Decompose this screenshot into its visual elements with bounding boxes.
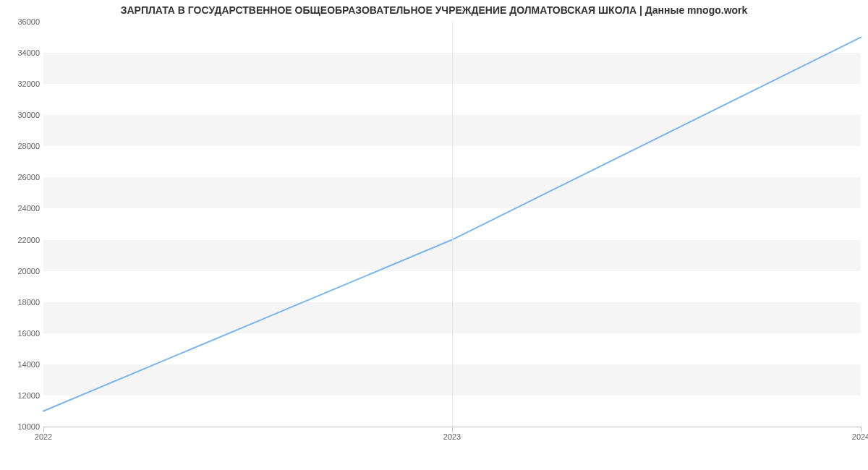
y-tick-label: 10000 — [4, 422, 40, 431]
y-tick-label: 28000 — [4, 142, 40, 150]
x-tick-label: 2024 — [852, 432, 868, 441]
y-tick-label: 22000 — [4, 236, 40, 244]
y-tick-label: 14000 — [4, 360, 40, 369]
y-tick-label: 24000 — [4, 204, 40, 213]
y-tick-label: 36000 — [4, 17, 40, 26]
y-tick-label: 32000 — [4, 80, 40, 88]
chart-title: ЗАРПЛАТА В ГОСУДАРСТВЕННОЕ ОБЩЕОБРАЗОВАТ… — [0, 4, 868, 16]
y-tick-label: 18000 — [4, 298, 40, 307]
x-tick — [43, 427, 44, 432]
x-tick-label: 2022 — [35, 432, 52, 441]
y-tick-label: 12000 — [4, 391, 40, 400]
chart-container: ЗАРПЛАТА В ГОСУДАРСТВЕННОЕ ОБЩЕОБРАЗОВАТ… — [0, 0, 868, 470]
y-tick-label: 20000 — [4, 267, 40, 275]
x-tick — [861, 427, 861, 432]
y-tick-label: 16000 — [4, 329, 40, 338]
x-gridline — [452, 22, 453, 427]
x-tick — [452, 427, 453, 432]
y-tick-label: 30000 — [4, 111, 40, 119]
y-tick-label: 26000 — [4, 173, 40, 181]
x-tick-label: 2023 — [443, 432, 461, 441]
y-tick-label: 34000 — [4, 48, 40, 57]
